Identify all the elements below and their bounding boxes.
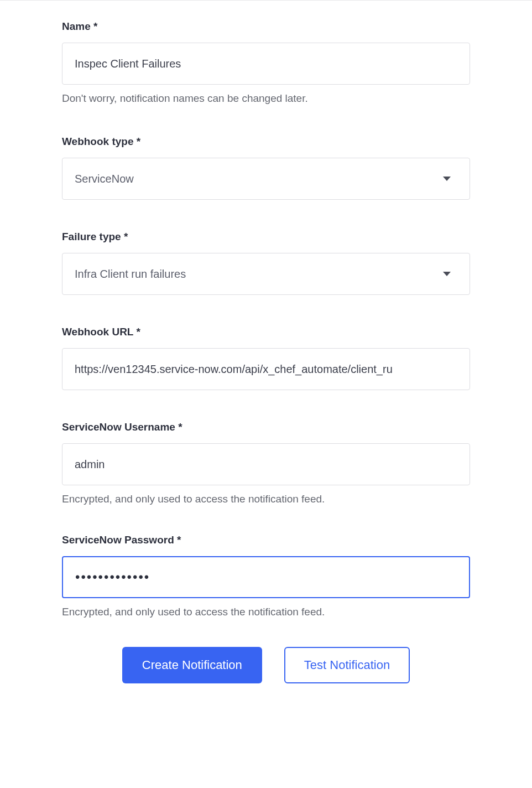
webhook-url-field-group: Webhook URL * (62, 326, 470, 390)
failure-type-value: Infra Client run failures (75, 268, 186, 281)
test-notification-button[interactable]: Test Notification (284, 647, 410, 683)
webhook-type-field-group: Webhook type * ServiceNow (62, 136, 470, 200)
name-label: Name * (62, 20, 470, 33)
password-helper: Encrypted, and only used to access the n… (62, 606, 470, 618)
username-label: ServiceNow Username * (62, 421, 470, 433)
failure-type-label: Failure type * (62, 231, 470, 243)
webhook-url-label: Webhook URL * (62, 326, 470, 338)
caret-down-icon (443, 272, 451, 276)
username-helper: Encrypted, and only used to access the n… (62, 493, 470, 505)
name-input-wrapper[interactable] (62, 43, 470, 85)
name-input[interactable] (75, 58, 457, 70)
username-input[interactable] (75, 458, 457, 471)
create-notification-button[interactable]: Create Notification (122, 647, 262, 683)
name-helper: Don't worry, notification names can be c… (62, 92, 470, 105)
webhook-type-label: Webhook type * (62, 136, 470, 148)
webhook-type-value: ServiceNow (75, 173, 134, 185)
failure-type-field-group: Failure type * Infra Client run failures (62, 231, 470, 295)
password-input-wrapper[interactable] (62, 556, 470, 598)
webhook-url-input[interactable] (75, 363, 457, 376)
password-label: ServiceNow Password * (62, 534, 470, 546)
caret-down-icon (443, 177, 451, 181)
button-row: Create Notification Test Notification (62, 647, 470, 683)
name-field-group: Name * Don't worry, notification names c… (62, 20, 470, 105)
username-input-wrapper[interactable] (62, 443, 470, 485)
webhook-type-select[interactable]: ServiceNow (62, 158, 470, 200)
webhook-url-input-wrapper[interactable] (62, 348, 470, 390)
username-field-group: ServiceNow Username * Encrypted, and onl… (62, 421, 470, 505)
failure-type-select[interactable]: Infra Client run failures (62, 253, 470, 295)
notification-form: Name * Don't worry, notification names c… (0, 1, 532, 683)
password-input[interactable] (75, 569, 457, 585)
password-field-group: ServiceNow Password * Encrypted, and onl… (62, 534, 470, 618)
